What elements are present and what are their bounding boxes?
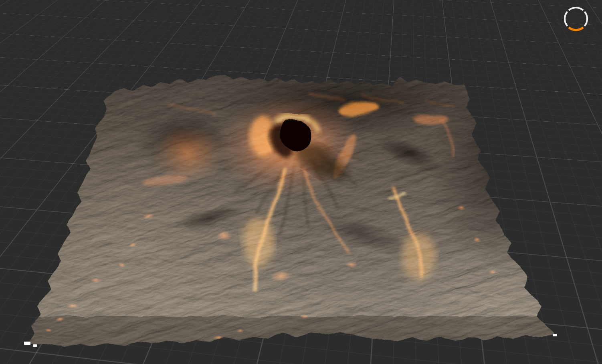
terrain-mesh	[0, 0, 602, 364]
ring-track-right	[584, 12, 587, 26]
corner-marker-left-b	[33, 344, 37, 347]
corner-marker-left-a	[24, 342, 30, 345]
ring-track-top	[569, 8, 583, 10]
corner-marker-right	[553, 334, 557, 336]
terrain-scene	[0, 0, 602, 364]
ring-progress-arc	[569, 27, 583, 30]
3d-viewport[interactable]	[0, 0, 602, 364]
ring-track-left	[565, 12, 568, 26]
build-progress-ring	[560, 3, 592, 35]
